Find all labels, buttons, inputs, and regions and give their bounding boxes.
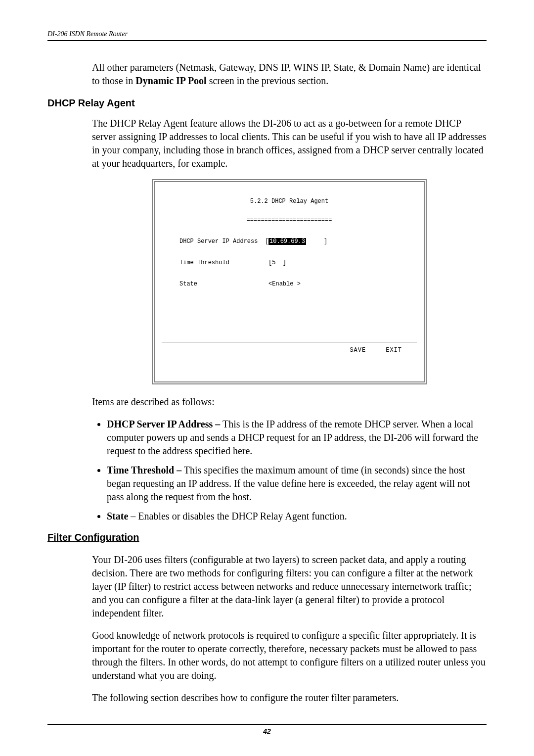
intro-paragraph: All other parameters (Netmask, Gateway, … [92, 61, 487, 88]
terminal-screenshot: 5.2.2 DHCP Relay Agent =================… [152, 179, 427, 384]
items-intro: Items are described as follows: [92, 395, 487, 409]
page-footer: 42 [47, 724, 487, 736]
terminal-row-ip: DHCP Server IP Address [10.69.69.3 ] [162, 237, 417, 246]
terminal-title: 5.2.2 DHCP Relay Agent [162, 197, 417, 206]
body-content: Your DI-206 uses filters (configurable a… [92, 553, 487, 705]
terminal-save: SAVE [350, 347, 366, 354]
list-item: State – Enables or disables the DHCP Rel… [107, 510, 487, 523]
page-number: 42 [263, 727, 271, 735]
item-lead: State [107, 511, 128, 521]
terminal-exit: EXIT [386, 347, 402, 354]
terminal-rule: ======================== [162, 216, 417, 225]
heading-filter-configuration: Filter Configuration [47, 531, 487, 544]
terminal-row-time: Time Threshold [5 ] [162, 258, 417, 268]
page: DI-206 ISDN Remote Router All other para… [0, 0, 534, 756]
terminal-value-state: <Enable > [268, 281, 301, 287]
heading-dhcp-relay-agent: DHCP Relay Agent [47, 96, 487, 110]
terminal-footer: SAVEEXIT [162, 342, 417, 355]
terminal-inner: 5.2.2 DHCP Relay Agent =================… [157, 184, 422, 379]
running-header: DI-206 ISDN Remote Router [47, 30, 487, 41]
terminal-label-ip: DHCP Server IP Address [179, 238, 258, 245]
relay-paragraph: The DHCP Relay Agent feature allows the … [92, 117, 487, 170]
terminal-value-ip: 10.69.69.3 [268, 238, 306, 245]
filter-paragraph-2: Good knowledge of network protocols is r… [92, 629, 487, 682]
item-lead: Time Threshold – [107, 465, 181, 475]
terminal-label-time: Time Threshold [179, 259, 229, 266]
terminal-value-time: [5 ] [268, 259, 286, 266]
body-content: The DHCP Relay Agent feature allows the … [92, 117, 487, 523]
body-content: All other parameters (Netmask, Gateway, … [92, 61, 487, 88]
intro-post: screen in the previous section. [207, 75, 329, 86]
filter-paragraph-3: The following section describes how to c… [92, 691, 487, 705]
terminal-label-state: State [179, 281, 197, 287]
item-rest: – Enables or disables the DHCP Relay Age… [128, 511, 347, 521]
filter-paragraph-1: Your DI-206 uses filters (configurable a… [92, 553, 487, 620]
item-lead: DHCP Server IP Address – [107, 419, 220, 429]
intro-bold: Dynamic IP Pool [135, 75, 206, 86]
terminal-row-state: State <Enable > [162, 280, 417, 289]
items-list: DHCP Server IP Address – This is the IP … [92, 418, 487, 523]
list-item: Time Threshold – This specifies the maxi… [107, 464, 487, 504]
list-item: DHCP Server IP Address – This is the IP … [107, 418, 487, 458]
